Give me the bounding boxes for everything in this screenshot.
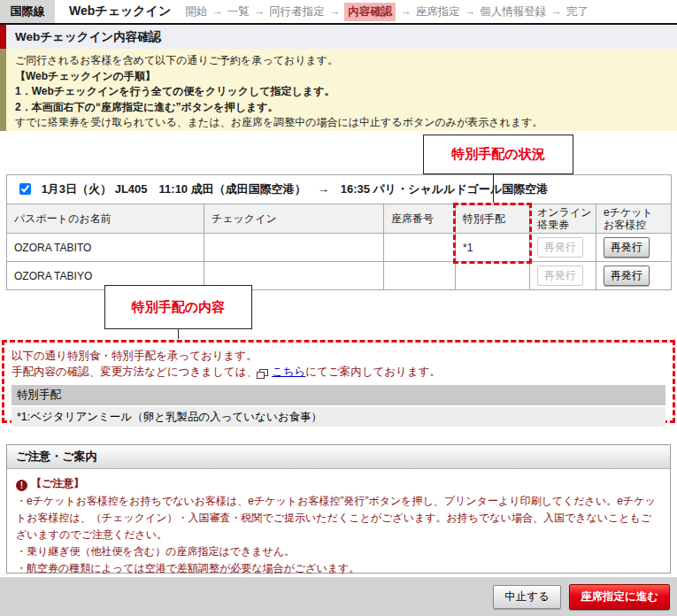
page-title: Webチェックイン内容確認 bbox=[0, 25, 677, 49]
reissue-online-button[interactable]: 再発行 bbox=[537, 237, 583, 258]
col-online-boarding-pass: オンライン 搭乗券 bbox=[530, 204, 596, 234]
top-nav: 国際線 Webチェックイン 開始 → 一覧 → 同行者指定 → 内容確認 → 座… bbox=[0, 0, 677, 25]
notice-body: !【ご注意】 ・eチケットお客様控をお持ちでないお客様は、eチケットお客様控”発… bbox=[7, 469, 670, 577]
reservation-table-wrap: 1月3日（火） JL405 11:10 成田（成田国際空港） → 16:35 パ… bbox=[6, 174, 671, 290]
special-arrangement-header: 特別手配 bbox=[12, 385, 665, 405]
seat-cell bbox=[384, 262, 456, 290]
notice-item: ・eチケットお客様控をお持ちでないお客様は、eチケットお客様控”発行”ボタンを押… bbox=[16, 493, 661, 543]
notice-title: ご注意・ご案内 bbox=[7, 445, 670, 469]
breadcrumb-arrow: → bbox=[212, 5, 223, 18]
checkin-cell bbox=[204, 234, 384, 262]
flight-label: 1月3日（火） JL405 11:10 成田（成田国際空港） → 16:35 パ… bbox=[42, 182, 549, 196]
special-line2-post: にてご案内しております。 bbox=[305, 366, 441, 378]
info-step1: 1．Webチェックインを行う全ての便をクリックして指定します。 bbox=[15, 84, 668, 100]
caution-label: 【ご注意】 bbox=[31, 477, 84, 489]
special-line1: 以下の通り特別食・特別手配を承っております。 bbox=[12, 348, 665, 364]
step-list: 一覧 bbox=[227, 4, 250, 19]
special-line2-pre: 手配内容の確認、変更方法などにつきましては、 bbox=[12, 366, 258, 378]
step-personal-info: 個人情報登録 bbox=[480, 4, 546, 19]
info-heading: 【Webチェックインの手順】 bbox=[15, 69, 668, 85]
step-start: 開始 bbox=[185, 4, 207, 19]
special-cell bbox=[456, 262, 530, 290]
flight-row[interactable]: 1月3日（火） JL405 11:10 成田（成田国際空港） → 16:35 パ… bbox=[7, 175, 672, 204]
col-checkin: チェックイン bbox=[204, 204, 384, 234]
external-window-icon bbox=[259, 369, 268, 376]
footer-action-bar: 中止する 座席指定に進む bbox=[0, 577, 677, 616]
passenger-name: OZORA TABITO bbox=[7, 234, 204, 262]
cancel-button[interactable]: 中止する bbox=[493, 585, 561, 609]
col-seat-number: 座席番号 bbox=[384, 204, 456, 234]
app-title: Webチェックイン bbox=[69, 0, 171, 23]
col-passport-name: パスポートのお名前 bbox=[7, 204, 204, 234]
table-header-row: パスポートのお名前 チェックイン 座席番号 特別手配 オンライン 搭乗券 eチケ… bbox=[7, 204, 672, 234]
notice-item: ・航空券の種類によっては空港で差額調整が必要な場合がございます。 bbox=[16, 560, 661, 577]
breadcrumb-arrow: → bbox=[550, 5, 562, 18]
special-cell: *1 bbox=[456, 234, 530, 262]
step-seat: 座席指定 bbox=[416, 4, 460, 19]
breadcrumb-arrow: → bbox=[465, 5, 476, 18]
info-line: ご同行されるお客様を含めて以下の通りご予約を承っております。 bbox=[15, 53, 668, 69]
info-step2: 2．本画面右下の“座席指定に進む”ボタンを押します。 bbox=[15, 100, 668, 116]
breadcrumb: 開始 → 一覧 → 同行者指定 → 内容確認 → 座席指定 → 個人情報登録 →… bbox=[185, 0, 589, 23]
callout-special-status: 特別手配の状況 bbox=[423, 135, 573, 174]
step-done: 完了 bbox=[566, 4, 589, 19]
table-row: OZORA TABITO *1 再発行 再発行 bbox=[7, 234, 672, 262]
step-confirm-active: 内容確認 bbox=[344, 3, 396, 21]
step-companion: 同行者指定 bbox=[269, 4, 325, 19]
callout-content-connector bbox=[178, 329, 179, 339]
reissue-online-button[interactable]: 再発行 bbox=[537, 266, 583, 286]
reissue-eticket-button[interactable]: 再発行 bbox=[604, 266, 650, 286]
col-eticket-receipt: eチケット お客様控 bbox=[596, 204, 672, 234]
breadcrumb-arrow: → bbox=[329, 5, 341, 18]
breadcrumb-arrow: → bbox=[400, 5, 412, 18]
here-link[interactable]: こちら bbox=[272, 366, 305, 378]
special-arrangement-item: *1:ベジタリアンミール（卵と乳製品の入っていないお食事） bbox=[12, 407, 665, 427]
callout-status-connector bbox=[493, 174, 494, 203]
special-line2: 手配内容の確認、変更方法などにつきましては、こちらにてご案内しております。 bbox=[12, 364, 665, 380]
seat-cell bbox=[384, 234, 456, 262]
special-arrangement-section: 以下の通り特別食・特別手配を承っております。 手配内容の確認、変更方法などにつき… bbox=[2, 340, 675, 423]
breadcrumb-arrow: → bbox=[254, 5, 265, 18]
info-note: すでに搭乗券を受け取られている、または、お座席を調整中の場合には中止するボタンの… bbox=[15, 115, 668, 131]
section-label: 国際線 bbox=[0, 0, 55, 23]
info-box: ご同行されるお客様を含めて以下の通りご予約を承っております。 【Webチェックイ… bbox=[0, 49, 677, 131]
notice-box: ご注意・ご案内 !【ご注意】 ・eチケットお客様控をお持ちでないお客様は、eチケ… bbox=[6, 444, 671, 574]
callout-special-content: 特別手配の内容 bbox=[104, 285, 252, 329]
exclamation-icon: ! bbox=[16, 480, 27, 491]
caution-heading: !【ご注意】 bbox=[16, 475, 661, 492]
notice-item: ・乗り継ぎ便（他社便を含む）の座席指定はできません。 bbox=[16, 543, 661, 560]
col-special-arrangement: 特別手配 bbox=[456, 204, 530, 234]
reservation-table: 1月3日（火） JL405 11:10 成田（成田国際空港） → 16:35 パ… bbox=[6, 174, 672, 290]
proceed-seat-selection-button[interactable]: 座席指定に進む bbox=[569, 584, 670, 610]
reissue-eticket-button[interactable]: 再発行 bbox=[604, 237, 650, 258]
flight-checkbox[interactable] bbox=[19, 183, 31, 195]
